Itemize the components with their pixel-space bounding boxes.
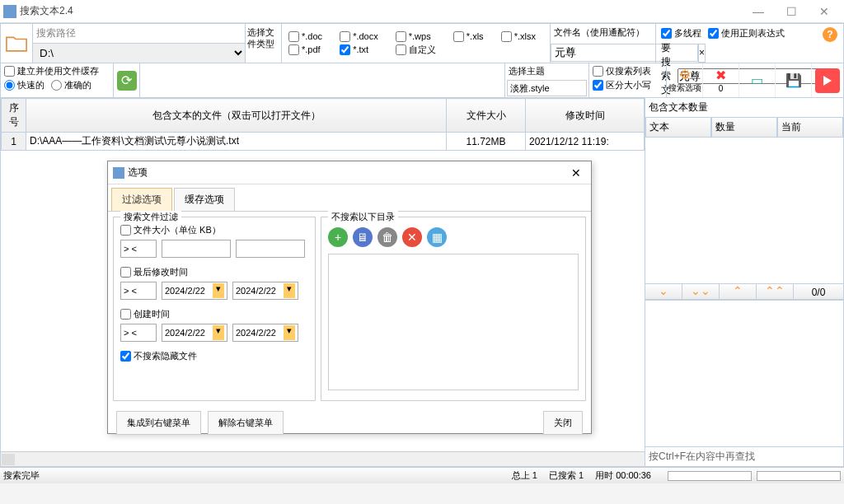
chk-custom[interactable] [396,44,406,55]
right-header: 包含文本数量 [645,98,843,117]
minimize-button[interactable]: — [742,5,775,18]
chk-regex[interactable] [708,28,719,39]
status-bar: 搜索完毕 总上 1 已搜索 1 用时 00:00:36 [0,467,844,483]
filetype-grid: *.doc *.docx *.wps *.xls *.xlsx *.pdf *.… [281,24,550,63]
add-dir-button[interactable]: + [328,227,348,247]
radio-accurate[interactable] [51,80,62,91]
close-dialog-button[interactable]: 关闭 [543,411,583,435]
dialog-icon [113,167,124,179]
start-search-button[interactable] [812,63,843,97]
col-count[interactable]: 数量 [711,117,777,138]
size-range[interactable] [120,240,157,258]
secondary-toolbar: 建立并使用文件缓存 快速的 准确的 ⟳ 选择主题 仅搜索列表 区分大小写 ⚙搜索… [0,63,844,98]
chk-xlsx[interactable] [501,31,512,42]
filetype-label: 选择文件类型 [245,24,281,63]
chk-pdf[interactable] [288,44,299,55]
chk-hidden[interactable] [120,351,131,362]
chk-txt[interactable] [340,44,350,55]
help-icon[interactable]: ? [823,27,837,42]
exclude-list[interactable] [328,254,579,390]
find-hint: 按Ctrl+F在内容中再查找 [645,446,843,466]
chk-build-cache[interactable] [4,66,15,77]
maximize-button[interactable]: ☐ [775,5,808,18]
status-message: 搜索完毕 [3,469,40,482]
window-title: 搜索文本2.4 [20,4,742,18]
ctime-range[interactable] [120,324,157,342]
clear-button[interactable]: ✖0 [703,63,739,97]
options-dialog: 选项 ✕ 过滤选项 缓存选项 搜索文件过滤 文件大小（单位 KB） 最后修改时间… [107,161,592,434]
col-file[interactable]: 包含文本的文件（双击可以打开文件） [26,99,447,133]
col-curr[interactable]: 当前 [777,117,843,138]
path-label: 搜索路径 [33,24,245,44]
close-button[interactable]: ✕ [808,5,841,18]
fieldset-filter: 搜索文件过滤 文件大小（单位 KB） 最后修改时间 2024/2/22▾ 202… [113,217,316,401]
app-icon [3,5,16,18]
nav-up-icon[interactable]: ⌃ [720,284,757,299]
right-body [645,138,843,283]
chk-mtime[interactable] [120,267,131,278]
ctime-to[interactable]: 2024/2/22▾ [232,324,298,342]
tab-filter[interactable]: 过滤选项 [111,188,172,211]
chk-ctime[interactable] [120,309,131,320]
ctime-from[interactable]: 2024/2/22▾ [162,324,227,342]
chk-only-list[interactable] [593,66,603,77]
nav-down-icon[interactable]: ⌄ [645,284,682,299]
chk-docx[interactable] [340,31,350,42]
search-options-button[interactable]: ⚙搜索选项 [667,63,703,97]
chk-xls[interactable] [453,31,464,42]
progress-bar-1 [668,471,752,481]
size-min[interactable] [162,240,231,258]
mtime-range[interactable] [120,282,157,300]
refresh-button[interactable]: ⟳ [113,63,139,97]
fieldset-exclude: 不搜索以下目录 + 🖥 🗑 ✕ ▦ [321,217,586,401]
chk-wps[interactable] [396,31,406,42]
title-bar: 搜索文本2.4 — ☐ ✕ [0,0,844,23]
folder-icon[interactable] [1,24,32,63]
chk-doc[interactable] [288,31,299,42]
col-mtime[interactable]: 修改时间 [526,99,645,133]
col-text[interactable]: 文本 [645,117,711,138]
theme-input[interactable] [507,80,587,96]
dialog-close-button[interactable]: ✕ [566,166,586,180]
monitor-icon[interactable]: 🖥 [353,227,373,247]
open-button[interactable]: ▭ [739,63,776,97]
mtime-to[interactable]: 2024/2/22▾ [232,282,298,300]
nav-count: 0/0 [794,284,843,299]
remove-integrate-button[interactable]: 解除右键菜单 [208,411,284,435]
content-area [645,300,843,446]
path-select[interactable]: D:\ [33,44,245,63]
mtime-from[interactable]: 2024/2/22▾ [162,282,227,300]
horizontal-scrollbar[interactable] [1,451,645,466]
nav-double-down-icon[interactable]: ⌄⌄ [682,284,720,299]
trash-icon[interactable]: 🗑 [377,227,397,247]
grid-button[interactable]: ▦ [427,227,447,247]
filename-label: 文件名（使用通配符） [551,24,655,44]
progress-bar-2 [757,471,841,481]
main-toolbar: 搜索路径 D:\ 选择文件类型 *.doc *.docx *.wps *.xls… [0,23,844,63]
save-button[interactable]: 💾 [776,63,812,97]
remove-button[interactable]: ✕ [402,227,422,247]
chk-case[interactable] [593,80,603,91]
radio-fast[interactable] [4,80,15,91]
nav-double-up-icon[interactable]: ⌃⌃ [757,284,794,299]
dialog-title: 选项 [128,166,566,180]
size-max[interactable] [236,240,305,258]
integrate-button[interactable]: 集成到右键菜单 [116,411,201,435]
chk-multithread[interactable] [661,28,672,39]
col-num[interactable]: 序号 [2,99,26,133]
col-size[interactable]: 文件大小 [447,99,526,133]
table-row[interactable]: 1 D:\AAA——工作资料\文档测试\元尊小说测试.txt 11.72MB 2… [2,133,645,151]
theme-label: 选择主题 [505,63,588,80]
chk-filesize[interactable] [120,225,131,236]
tab-cache[interactable]: 缓存选项 [174,188,235,211]
